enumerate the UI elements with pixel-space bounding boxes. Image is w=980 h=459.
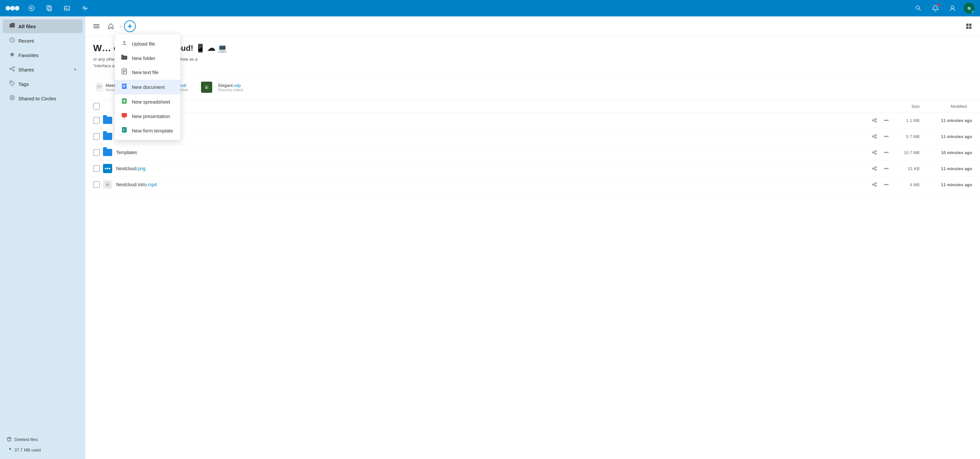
new-folder-label: New folder <box>132 56 156 61</box>
grid-view-button[interactable] <box>963 20 975 32</box>
table-row[interactable]: Photos ••• 5.7 MB 11 minutes ago <box>85 129 980 145</box>
breadcrumb-separator: › <box>119 23 121 30</box>
activity-icon[interactable] <box>79 2 91 14</box>
folder-icon-photos <box>103 133 112 140</box>
svg-point-20 <box>11 82 11 83</box>
more-photos-button[interactable]: ••• <box>881 132 891 141</box>
svg-line-87 <box>874 168 875 168</box>
recent-icon <box>9 37 15 44</box>
share-nextcloud-png-button[interactable] <box>870 164 879 173</box>
svg-rect-55 <box>96 83 103 91</box>
circles-label: Shared to Circles <box>18 96 76 101</box>
svg-point-73 <box>875 137 877 138</box>
file-size-photos: 5.7 MB <box>893 134 920 139</box>
new-button[interactable] <box>124 20 136 32</box>
table-row[interactable]: Nextcloud intro.mp4 ••• 4 MB 11 minutes … <box>85 177 980 193</box>
toolbar: › <box>85 16 980 37</box>
recent-label: Recent <box>18 38 76 44</box>
upload-file-item[interactable]: Upload file <box>115 37 180 51</box>
more-templates-button[interactable]: ••• <box>881 148 891 157</box>
row-checkbox-nextcloud-png[interactable] <box>93 165 100 172</box>
modified-column-header: Modified <box>920 104 972 109</box>
elegant-time: Recently edited <box>218 88 243 92</box>
file-modified-documents: 11 minutes ago <box>920 118 972 123</box>
deleted-files-item[interactable]: Deleted files <box>0 433 85 446</box>
row-checkbox-documents[interactable] <box>93 117 100 124</box>
svg-point-86 <box>875 169 877 170</box>
search-icon[interactable] <box>912 2 924 14</box>
sidebar-spacer <box>0 106 85 433</box>
photos-icon[interactable] <box>61 2 73 14</box>
new-document-item[interactable]: New document <box>115 80 180 94</box>
svg-line-70 <box>874 121 875 121</box>
more-nextcloud-intro-button[interactable]: ••• <box>881 180 891 189</box>
new-document-icon <box>121 83 128 91</box>
more-documents-button[interactable]: ••• <box>881 116 891 125</box>
new-presentation-item[interactable]: New presentation <box>115 109 180 123</box>
row-checkbox-photos[interactable] <box>93 133 100 140</box>
file-list-header: Size Modified <box>85 100 980 113</box>
share-photos-button[interactable] <box>870 132 879 141</box>
share-documents-button[interactable] <box>870 116 879 125</box>
row-checkbox-templates[interactable] <box>93 149 100 156</box>
home-button[interactable] <box>105 20 117 32</box>
sidebar-item-recent[interactable]: Recent <box>3 34 83 48</box>
svg-line-94 <box>874 185 875 186</box>
svg-point-15 <box>13 67 14 68</box>
select-all-checkbox[interactable] <box>93 103 100 110</box>
sidebar-item-tags[interactable]: Tags <box>3 77 83 91</box>
file-actions-nextcloud-intro: ••• <box>870 180 891 189</box>
tags-label: Tags <box>18 81 76 87</box>
files-icon[interactable] <box>43 2 55 14</box>
sidebar-item-favorites[interactable]: Favorites <box>3 48 83 62</box>
avatar[interactable]: N <box>964 3 975 14</box>
svg-point-92 <box>875 185 877 187</box>
sidebar-item-shares[interactable]: Shares ▾ <box>3 63 83 76</box>
nextcloud-logo[interactable] <box>5 3 20 13</box>
toggle-sidebar-button[interactable] <box>91 20 102 32</box>
svg-point-82 <box>107 168 108 170</box>
svg-point-1 <box>10 6 15 11</box>
odp-thumbnail: E <box>201 82 212 93</box>
contacts-icon[interactable] <box>947 2 958 14</box>
share-nextcloud-intro-button[interactable] <box>870 180 879 189</box>
folder-icon-documents <box>103 117 112 124</box>
svg-line-19 <box>11 69 13 70</box>
nextcloud-intro-icon <box>103 180 112 189</box>
new-presentation-icon <box>121 113 128 120</box>
new-text-file-label: New text file <box>132 70 159 75</box>
main-layout: All files Recent Favorites Shares ▾ Ta <box>0 16 980 459</box>
notifications-icon[interactable] <box>929 2 941 14</box>
new-text-file-item[interactable]: New text file <box>115 65 180 80</box>
table-row[interactable]: Nextcloud.png ••• 51 KB 11 minutes ago <box>85 160 980 177</box>
sidebar-item-shared-to-circles[interactable]: Shared to Circles <box>3 92 83 105</box>
svg-rect-29 <box>969 24 972 26</box>
svg-rect-28 <box>966 24 969 26</box>
share-templates-button[interactable] <box>870 148 879 157</box>
play-icon <box>105 182 110 187</box>
file-name-nextcloud-png: Nextcloud.png <box>116 166 870 171</box>
sidebar-item-all-files[interactable]: All files <box>3 19 83 33</box>
new-folder-item[interactable]: New folder <box>115 51 180 65</box>
welcome-title: W… elcome to Nextcloud! 📱 ☁ 💻 <box>93 43 972 54</box>
svg-point-66 <box>875 118 877 120</box>
recent-file-elegant[interactable]: E Elegant.odp Recently edited <box>199 80 246 95</box>
row-checkbox-nextcloud-intro[interactable] <box>93 181 100 188</box>
favorites-label: Favorites <box>18 52 76 58</box>
svg-point-78 <box>875 153 877 154</box>
table-row[interactable]: Documents ••• 1.1 MB 11 minutes ago <box>85 113 980 129</box>
svg-line-80 <box>874 153 875 153</box>
new-form-template-item[interactable]: New form template <box>115 123 180 138</box>
svg-rect-53 <box>123 130 124 131</box>
table-row[interactable]: Templates ••• 10.7 MB 10 minutes ago <box>85 145 980 160</box>
dashboard-icon[interactable] <box>25 2 37 14</box>
nc-logo-small <box>105 167 111 170</box>
new-spreadsheet-item[interactable]: New spreadsheet <box>115 94 180 109</box>
nextcloud-png-icon <box>103 164 112 173</box>
svg-rect-47 <box>122 113 127 117</box>
svg-line-18 <box>11 68 13 68</box>
svg-point-71 <box>875 134 877 136</box>
notification-badge <box>937 3 940 6</box>
deleted-files-label: Deleted files <box>14 437 38 442</box>
more-nextcloud-png-button[interactable]: ••• <box>881 164 891 173</box>
